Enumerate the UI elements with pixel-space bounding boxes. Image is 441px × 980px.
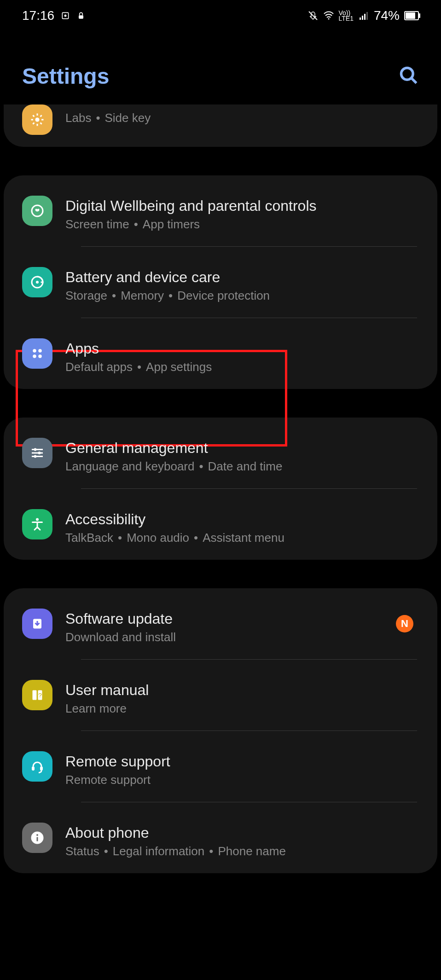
item-title: Battery and device care: [65, 269, 419, 286]
svg-rect-4: [360, 17, 361, 20]
svg-text:?: ?: [38, 692, 42, 699]
item-subtitle: Language and keyboard•Date and time: [65, 459, 419, 474]
svg-point-13: [36, 281, 39, 284]
item-apps[interactable]: Apps Default apps•App settings: [4, 318, 437, 389]
settings-group-partial: Advanced features Labs•Side key: [4, 104, 437, 147]
svg-point-8: [401, 68, 413, 80]
item-title: Apps: [65, 340, 419, 357]
status-screenshot-icon: [61, 11, 70, 20]
item-advanced-features[interactable]: Advanced features Labs•Side key: [4, 104, 437, 147]
item-remote-support[interactable]: Remote support Remote support: [4, 731, 437, 802]
lock-icon: [76, 11, 86, 20]
svg-point-21: [38, 452, 41, 454]
svg-point-33: [36, 834, 38, 836]
svg-rect-6: [364, 14, 366, 20]
general-management-icon: [22, 438, 52, 468]
item-title: Digital Wellbeing and parental controls: [65, 197, 419, 215]
item-title: Software update: [65, 610, 419, 627]
item-digital-wellbeing[interactable]: Digital Wellbeing and parental controls …: [4, 175, 437, 246]
item-subtitle: Learn more: [65, 702, 419, 716]
svg-rect-7: [366, 12, 368, 20]
vibrate-icon: [308, 10, 319, 21]
svg-point-16: [33, 354, 36, 358]
settings-group-wellbeing: Digital Wellbeing and parental controls …: [4, 175, 437, 389]
status-time: 17:16: [22, 8, 54, 23]
svg-rect-2: [79, 15, 83, 18]
item-subtitle: Labs•Side key: [65, 111, 419, 125]
svg-point-24: [36, 518, 39, 521]
accessibility-icon: [22, 509, 52, 539]
battery-percent: 74%: [374, 8, 400, 23]
svg-point-3: [328, 18, 329, 20]
software-update-icon: [22, 609, 52, 639]
svg-rect-26: [33, 690, 37, 700]
svg-line-9: [412, 78, 417, 83]
item-title: User manual: [65, 682, 419, 699]
svg-point-1: [64, 15, 67, 17]
item-battery-device-care[interactable]: Battery and device care Storage•Memory•D…: [4, 247, 437, 318]
item-subtitle: Download and install: [65, 630, 419, 644]
item-title: Remote support: [65, 753, 419, 770]
search-button[interactable]: [399, 65, 419, 87]
item-subtitle: Screen time•App timers: [65, 217, 419, 232]
svg-rect-32: [37, 837, 38, 841]
page-title: Settings: [22, 64, 109, 89]
signal-icon: [358, 10, 369, 21]
notification-badge: N: [396, 615, 413, 632]
svg-point-10: [35, 118, 40, 122]
lte-indicator: Vo)) LTE1: [339, 10, 354, 21]
svg-point-23: [34, 455, 37, 458]
svg-rect-5: [362, 16, 363, 20]
search-icon: [399, 65, 419, 86]
item-title: Accessibility: [65, 511, 419, 528]
battery-icon: [404, 11, 419, 20]
advanced-features-icon: [22, 104, 52, 135]
item-subtitle: Remote support: [65, 773, 419, 787]
svg-point-14: [33, 349, 36, 353]
item-subtitle: TalkBack•Mono audio•Assistant menu: [65, 531, 419, 545]
svg-rect-30: [40, 766, 43, 771]
svg-point-15: [38, 349, 42, 353]
item-title: About phone: [65, 824, 419, 841]
item-title: General management: [65, 440, 419, 457]
about-phone-icon: [22, 823, 52, 853]
item-software-update[interactable]: Software update Download and install N: [4, 588, 437, 659]
svg-rect-29: [32, 766, 35, 771]
svg-point-17: [38, 354, 42, 358]
settings-group-about: Software update Download and install N ?…: [4, 588, 437, 873]
item-about-phone[interactable]: About phone Status•Legal information•Pho…: [4, 802, 437, 873]
item-general-management[interactable]: General management Language and keyboard…: [4, 418, 437, 488]
remote-support-icon: [22, 751, 52, 782]
item-subtitle: Status•Legal information•Phone name: [65, 844, 419, 858]
item-accessibility[interactable]: Accessibility TalkBack•Mono audio•Assist…: [4, 489, 437, 560]
item-subtitle: Storage•Memory•Device protection: [65, 289, 419, 303]
settings-header: Settings: [0, 27, 441, 107]
wifi-icon: [323, 10, 334, 21]
device-care-icon: [22, 267, 52, 297]
apps-icon: [22, 338, 52, 369]
svg-point-19: [34, 448, 37, 451]
wellbeing-icon: [22, 196, 52, 226]
user-manual-icon: ?: [22, 680, 52, 710]
item-subtitle: Default apps•App settings: [65, 360, 419, 374]
status-bar: 17:16 Vo)) LTE1 74%: [0, 0, 441, 27]
settings-group-general: General management Language and keyboard…: [4, 418, 437, 560]
item-user-manual[interactable]: ? User manual Learn more: [4, 660, 437, 731]
